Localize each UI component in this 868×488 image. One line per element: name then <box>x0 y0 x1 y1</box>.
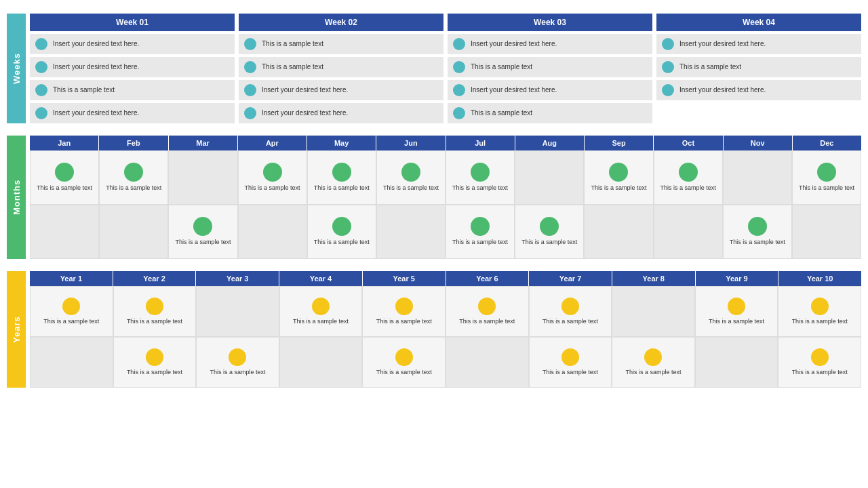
yellow-dot-icon <box>229 348 246 366</box>
week-item: This is a sample text <box>239 34 443 54</box>
week-item-text: Insert your desired text here. <box>471 86 557 94</box>
week-item: Insert your desired text here. <box>448 34 652 54</box>
year-cell: This is a sample text <box>196 337 279 388</box>
month-cell: This is a sample text <box>238 150 307 205</box>
week-item-text: This is a sample text <box>53 86 115 94</box>
year-cell <box>30 337 113 388</box>
month-cell <box>238 205 307 259</box>
months-label: Months <box>7 136 26 259</box>
week-item: Insert your desired text here. <box>239 103 443 123</box>
green-dot-icon <box>817 163 836 182</box>
green-dot-icon <box>471 163 490 182</box>
week-item-text: This is a sample text <box>679 63 741 71</box>
year-cell-text: This is a sample text <box>376 369 432 377</box>
year-cell-text: This is a sample text <box>792 318 848 326</box>
teal-dot-icon <box>453 84 465 96</box>
year-cell <box>446 337 529 388</box>
year-cell-text: This is a sample text <box>542 369 598 377</box>
month-header-sep: Sep <box>585 136 654 150</box>
green-dot-icon <box>332 163 351 182</box>
month-cell-text: This is a sample text <box>383 184 439 192</box>
week-col-1: Week 01Insert your desired text here.Ins… <box>30 14 235 123</box>
week-item-text: Insert your desired text here. <box>679 86 766 94</box>
week-item: Insert your desired text here. <box>448 80 652 100</box>
month-header-apr: Apr <box>238 136 307 150</box>
week-item: This is a sample text <box>239 57 443 77</box>
year-cell: This is a sample text <box>529 337 612 388</box>
years-label: Years <box>7 271 26 388</box>
yellow-dot-icon <box>811 348 829 366</box>
month-header-feb: Feb <box>99 136 168 150</box>
yellow-dot-icon <box>395 348 413 366</box>
week-col-3: Week 03Insert your desired text here.Thi… <box>448 14 652 123</box>
month-cell-text: This is a sample text <box>175 239 231 247</box>
year-cell-text: This is a sample text <box>127 369 182 377</box>
month-cell: This is a sample text <box>515 205 584 259</box>
month-cell <box>654 205 723 259</box>
week-col-2: Week 02This is a sample textThis is a sa… <box>239 14 443 123</box>
month-cell: This is a sample text <box>307 150 376 205</box>
month-cell-text: This is a sample text <box>730 239 785 247</box>
year-cell-text: This is a sample text <box>293 318 349 326</box>
month-header-dec: Dec <box>793 136 861 150</box>
year-header-6: Year 6 <box>446 271 530 286</box>
teal-dot-icon <box>453 38 465 50</box>
year-cell <box>196 286 279 337</box>
year-cell <box>695 337 778 388</box>
month-header-may: May <box>307 136 376 150</box>
month-cell: This is a sample text <box>307 205 376 259</box>
year-cell: This is a sample text <box>612 337 695 388</box>
year-cell: This is a sample text <box>113 337 197 388</box>
year-header-10: Year 10 <box>778 271 861 286</box>
year-cell-text: This is a sample text <box>210 369 265 377</box>
week-item-text: Insert your desired text here. <box>53 63 139 71</box>
yellow-dot-icon <box>146 348 163 366</box>
week-header-2: Week 02 <box>239 14 443 31</box>
yellow-dot-icon <box>478 298 496 315</box>
yellow-dot-icon <box>728 298 745 315</box>
week-item: Insert your desired text here. <box>656 34 861 54</box>
month-cell: This is a sample text <box>792 150 861 205</box>
teal-dot-icon <box>35 107 47 119</box>
green-dot-icon <box>609 163 628 182</box>
month-cell <box>99 205 168 259</box>
teal-dot-icon <box>453 107 465 119</box>
green-dot-icon <box>263 163 282 182</box>
month-header-mar: Mar <box>169 136 238 150</box>
month-header-jul: Jul <box>446 136 515 150</box>
week-item-text: Insert your desired text here. <box>53 40 139 48</box>
year-cell-text: This is a sample text <box>625 369 681 377</box>
month-cell: This is a sample text <box>723 205 792 259</box>
year-header-4: Year 4 <box>279 271 363 286</box>
year-cell-text: This is a sample text <box>127 318 182 326</box>
yellow-dot-icon <box>811 298 829 315</box>
teal-dot-icon <box>662 38 674 50</box>
month-cell <box>168 150 237 205</box>
teal-dot-icon <box>35 61 47 73</box>
month-cell: This is a sample text <box>654 150 723 205</box>
teal-dot-icon <box>35 84 47 96</box>
month-header-aug: Aug <box>515 136 585 150</box>
month-cell: This is a sample text <box>446 205 515 259</box>
year-cell: This is a sample text <box>446 286 529 337</box>
month-header-nov: Nov <box>724 136 793 150</box>
week-item-text: This is a sample text <box>471 109 532 117</box>
week-item: This is a sample text <box>448 57 652 77</box>
year-cell: This is a sample text <box>362 337 446 388</box>
month-cell: This is a sample text <box>446 150 515 205</box>
week-item: Insert your desired text here. <box>239 80 443 100</box>
year-cell: This is a sample text <box>30 286 113 337</box>
week-item-text: Insert your desired text here. <box>471 40 557 48</box>
month-cell-text: This is a sample text <box>591 184 646 192</box>
month-cell: This is a sample text <box>584 150 653 205</box>
week-item-text: This is a sample text <box>262 63 323 71</box>
years-grid: Year 1Year 2Year 3Year 4Year 5Year 6Year… <box>30 271 861 388</box>
teal-dot-icon <box>244 61 256 73</box>
month-cell-text: This is a sample text <box>452 184 508 192</box>
year-cell-text: This is a sample text <box>542 318 598 326</box>
week-item-text: Insert your desired text here. <box>262 109 348 117</box>
week-item-text: Insert your desired text here. <box>679 40 766 48</box>
year-cell-text: This is a sample text <box>459 318 515 326</box>
year-header-8: Year 8 <box>612 271 696 286</box>
year-cell: This is a sample text <box>113 286 197 337</box>
